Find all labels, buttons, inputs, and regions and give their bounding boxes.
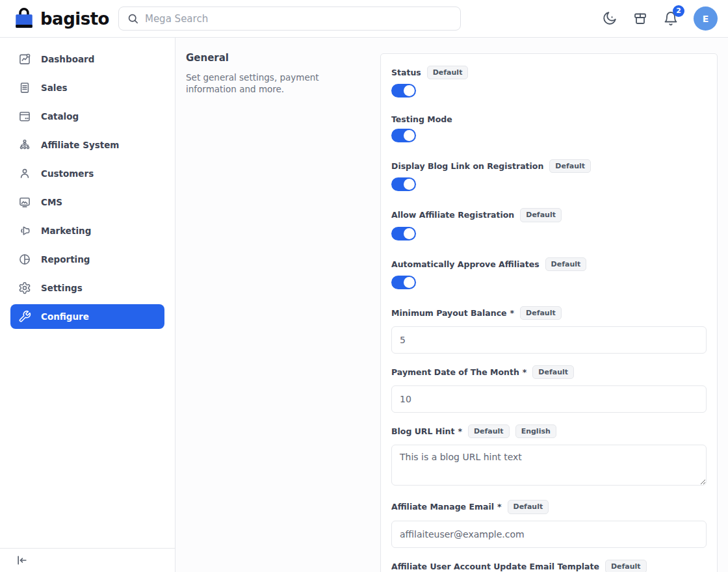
dark-mode-toggle[interactable] bbox=[601, 10, 618, 27]
main-content: General Set general settings, payment in… bbox=[176, 38, 728, 572]
search-input[interactable] bbox=[145, 13, 452, 25]
field-blog-url-hint: Blog URL Hint*DefaultEnglish bbox=[391, 424, 707, 488]
settings-icon bbox=[18, 281, 31, 294]
required-asterisk: * bbox=[510, 308, 515, 318]
default-badge: Default bbox=[605, 560, 647, 572]
field-label: Status bbox=[391, 68, 421, 77]
default-badge: Default bbox=[468, 424, 510, 438]
moon-icon bbox=[601, 10, 618, 27]
testing-mode-toggle[interactable] bbox=[391, 129, 416, 142]
sidebar-item-dashboard[interactable]: Dashboard bbox=[10, 47, 164, 72]
minimum-payout-balance-input[interactable] bbox=[391, 326, 707, 354]
field-status: StatusDefault bbox=[391, 66, 707, 100]
shopping-bag-icon bbox=[13, 6, 35, 31]
notifications-button[interactable]: 2 bbox=[663, 11, 679, 27]
sidebar-item-customers[interactable]: Customers bbox=[10, 161, 164, 186]
field-head: Allow Affiliate RegistrationDefault bbox=[391, 208, 707, 222]
section-subtitle: Set general settings, payment informatio… bbox=[186, 72, 326, 95]
marketing-icon bbox=[18, 224, 31, 237]
sidebar-item-settings[interactable]: Settings bbox=[10, 276, 164, 300]
allow-affiliate-registration-toggle[interactable] bbox=[391, 227, 416, 240]
toggle-knob bbox=[404, 85, 415, 96]
sidebar-item-label: Dashboard bbox=[41, 54, 94, 64]
storefront-button[interactable] bbox=[632, 11, 648, 27]
field-head: Minimum Payout Balance*Default bbox=[391, 306, 707, 320]
reporting-icon bbox=[18, 253, 31, 266]
sidebar-item-label: Reporting bbox=[41, 254, 90, 265]
customers-icon bbox=[18, 167, 31, 180]
sidebar-item-reporting[interactable]: Reporting bbox=[10, 247, 164, 272]
affiliate-icon bbox=[18, 138, 31, 151]
notification-count-badge: 2 bbox=[673, 5, 684, 17]
field-label: Display Blog Link on Registration bbox=[391, 161, 543, 171]
default-badge: Default bbox=[427, 66, 469, 79]
configure-icon bbox=[18, 310, 31, 323]
sidebar-item-configure[interactable]: Configure bbox=[10, 304, 164, 329]
blog-url-hint-textarea[interactable] bbox=[391, 445, 707, 486]
field-payment-date-of-the-month: Payment Date of The Month*Default bbox=[391, 365, 707, 413]
field-head: Display Blog Link on RegistrationDefault bbox=[391, 159, 707, 173]
toggle-knob bbox=[404, 228, 415, 239]
user-avatar[interactable]: E bbox=[694, 6, 718, 31]
field-head: StatusDefault bbox=[391, 66, 707, 79]
sidebar-item-label: Catalog bbox=[41, 111, 79, 122]
field-label: Affiliate User Account Update Email Temp… bbox=[391, 562, 599, 571]
sidebar-item-label: Sales bbox=[41, 83, 68, 93]
field-testing-mode: Testing Mode bbox=[391, 114, 707, 145]
default-badge: Default bbox=[545, 257, 587, 271]
sidebar-item-label: Settings bbox=[41, 283, 83, 293]
search-icon bbox=[127, 12, 139, 25]
default-badge: Default bbox=[520, 306, 562, 320]
field-label: Allow Affiliate Registration bbox=[391, 210, 514, 220]
collapse-sidebar-button[interactable] bbox=[16, 554, 29, 567]
sidebar-item-catalog[interactable]: Catalog bbox=[10, 104, 164, 129]
cms-icon bbox=[18, 196, 31, 209]
search-box[interactable] bbox=[118, 6, 461, 31]
sidebar: DashboardSalesCatalogAffiliate SystemCus… bbox=[0, 38, 176, 572]
field-allow-affiliate-registration: Allow Affiliate RegistrationDefault bbox=[391, 208, 707, 242]
field-head: Blog URL Hint*DefaultEnglish bbox=[391, 424, 707, 438]
field-head: Testing Mode bbox=[391, 114, 707, 124]
required-asterisk: * bbox=[458, 426, 462, 436]
default-badge: Default bbox=[549, 159, 591, 173]
field-label: Automatically Approve Affiliates bbox=[391, 259, 540, 269]
toggle-knob bbox=[404, 130, 415, 141]
sidebar-item-label: Marketing bbox=[41, 226, 91, 236]
header-actions: 2 E bbox=[601, 6, 718, 31]
default-badge: Default bbox=[532, 365, 574, 379]
field-head: Affiliate User Account Update Email Temp… bbox=[391, 560, 707, 572]
field-affiliate-manage-email: Affiliate Manage Email*Default bbox=[391, 500, 707, 547]
sidebar-item-cms[interactable]: CMS bbox=[10, 190, 164, 214]
status-toggle[interactable] bbox=[391, 84, 416, 98]
sidebar-footer bbox=[0, 548, 175, 572]
sidebar-item-label: Customers bbox=[41, 168, 94, 179]
sidebar-item-affiliate-system[interactable]: Affiliate System bbox=[10, 133, 164, 157]
default-badge: Default bbox=[520, 208, 562, 222]
automatically-approve-affiliates-toggle[interactable] bbox=[391, 276, 416, 289]
field-label: Blog URL Hint bbox=[391, 426, 454, 436]
display-blog-link-on-registration-toggle[interactable] bbox=[391, 177, 416, 191]
dashboard-icon bbox=[18, 53, 31, 66]
field-display-blog-link-on-registration: Display Blog Link on RegistrationDefault bbox=[391, 159, 707, 194]
payment-date-of-the-month-input[interactable] bbox=[391, 385, 707, 413]
brand-name: bagisto bbox=[40, 9, 109, 29]
settings-card: StatusDefaultTesting ModeDisplay Blog Li… bbox=[380, 53, 718, 572]
field-head: Automatically Approve AffiliatesDefault bbox=[391, 257, 707, 271]
collapse-sidebar-icon bbox=[16, 554, 29, 567]
default-badge: Default bbox=[508, 500, 549, 514]
field-minimum-payout-balance: Minimum Payout Balance*Default bbox=[391, 306, 707, 354]
sidebar-item-label: Affiliate System bbox=[41, 140, 119, 150]
logo[interactable]: bagisto bbox=[13, 6, 109, 31]
field-label: Minimum Payout Balance bbox=[391, 308, 507, 318]
field-affiliate-user-account-update-email-template: Affiliate User Account Update Email Temp… bbox=[391, 560, 707, 572]
affiliate-manage-email-input[interactable] bbox=[391, 521, 707, 548]
sales-icon bbox=[18, 81, 31, 94]
store-icon bbox=[632, 11, 648, 27]
top-bar: bagisto bbox=[0, 0, 728, 38]
sidebar-item-sales[interactable]: Sales bbox=[10, 75, 164, 100]
required-asterisk: * bbox=[523, 367, 527, 377]
toggle-knob bbox=[404, 179, 415, 190]
sidebar-item-marketing[interactable]: Marketing bbox=[10, 218, 164, 243]
section-info: General Set general settings, payment in… bbox=[186, 51, 380, 572]
sidebar-nav: DashboardSalesCatalogAffiliate SystemCus… bbox=[0, 47, 175, 333]
